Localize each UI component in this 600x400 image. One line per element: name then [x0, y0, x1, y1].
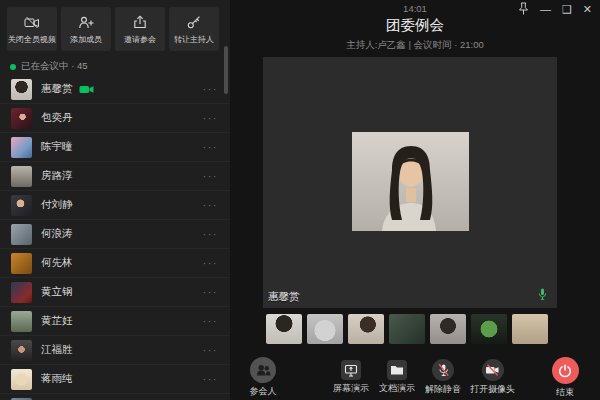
avatar	[11, 369, 32, 390]
participant-name: 何浪涛	[41, 227, 73, 241]
invite-label: 邀请参会	[124, 36, 156, 44]
transfer-host-button[interactable]: 转让主持人	[169, 7, 219, 51]
more-options-icon[interactable]: ···	[203, 84, 219, 95]
meeting-main-area: 14:01 团委例会 主持人:卢乙鑫 | 会议时间 · 21:00 — ❑ ✕	[230, 0, 600, 400]
avatar	[11, 311, 32, 332]
participants-button[interactable]: 参会人	[240, 357, 286, 396]
participant-row[interactable]: 江福胜 ···	[0, 336, 230, 365]
meeting-status: 已在会议中 · 45	[10, 60, 88, 73]
avatar	[11, 253, 32, 274]
minimize-button[interactable]: —	[540, 2, 551, 16]
avatar	[11, 340, 32, 361]
video-on-badge-icon	[79, 85, 94, 94]
participant-row[interactable]: 黄立钢 ···	[0, 278, 230, 307]
camera-muted-icon	[482, 359, 504, 381]
avatar	[11, 79, 32, 100]
video-thumbnail-strip	[266, 314, 548, 344]
window-controls: — ❑ ✕	[517, 2, 592, 16]
participant-row[interactable]: 陈宇曈 ···	[0, 133, 230, 162]
video-thumbnail[interactable]	[512, 314, 548, 344]
mic-muted-icon	[432, 359, 454, 381]
participants-label: 参会人	[250, 387, 277, 396]
close-button[interactable]: ✕	[583, 2, 592, 16]
folder-icon	[387, 360, 407, 380]
avatar	[11, 195, 32, 216]
video-thumbnail[interactable]	[389, 314, 425, 344]
invite-share-icon	[133, 15, 147, 33]
camera-off-icon	[24, 15, 40, 33]
participant-row[interactable]: 房路淳 ···	[0, 162, 230, 191]
participant-name: 黄立钢	[41, 285, 73, 299]
more-options-icon[interactable]: ···	[203, 316, 219, 327]
more-options-icon[interactable]: ···	[203, 229, 219, 240]
invite-button[interactable]: 邀请参会	[115, 7, 165, 51]
participant-name: 陈宇曈	[41, 140, 73, 154]
doc-share-button[interactable]: 文档演示	[378, 357, 416, 394]
end-meeting-label: 结束	[556, 388, 574, 397]
avatar	[11, 166, 32, 187]
sidebar-scrollbar[interactable]	[224, 46, 228, 94]
participants-sidebar: 关闭全员视频 添加成员 邀请参会	[0, 0, 230, 400]
video-thumbnail[interactable]	[471, 314, 507, 344]
people-icon	[250, 357, 276, 383]
doc-share-label: 文档演示	[379, 384, 415, 393]
person-add-icon	[78, 15, 94, 33]
participant-row[interactable]: 刘曼彤 ···	[0, 394, 230, 400]
speaker-video-tile[interactable]: 惠馨赏	[263, 57, 557, 308]
maximize-button[interactable]: ❑	[562, 2, 572, 16]
toolbar-center-group: 屏幕演示 文档演示 解除静音	[332, 357, 515, 394]
more-options-icon[interactable]: ···	[203, 142, 219, 153]
more-options-icon[interactable]: ···	[203, 287, 219, 298]
participant-row[interactable]: 何先林 ···	[0, 249, 230, 278]
participant-name: 惠馨赏	[41, 82, 73, 96]
transfer-host-label: 转让主持人	[174, 36, 214, 44]
participant-row[interactable]: 惠馨赏 ···	[0, 75, 230, 104]
speaker-video-image	[352, 132, 469, 231]
participant-row[interactable]: 黄芷妊 ···	[0, 307, 230, 336]
participant-list: 惠馨赏 ··· 包奕丹 ··· 陈宇曈 ··· 房路淳 ···	[0, 75, 230, 400]
participant-name: 房路淳	[41, 169, 73, 183]
more-options-icon[interactable]: ···	[203, 345, 219, 356]
pin-icon[interactable]	[517, 2, 529, 16]
more-options-icon[interactable]: ···	[203, 374, 219, 385]
more-options-icon[interactable]: ···	[203, 171, 219, 182]
mic-active-icon	[538, 286, 547, 304]
video-thumbnail[interactable]	[266, 314, 302, 344]
screen-share-button[interactable]: 屏幕演示	[332, 357, 370, 394]
more-options-icon[interactable]: ···	[203, 113, 219, 124]
sidebar-toolbar: 关闭全员视频 添加成员 邀请参会	[7, 7, 219, 51]
meeting-title: 团委例会	[230, 16, 600, 35]
participant-row[interactable]: 何浪涛 ···	[0, 220, 230, 249]
end-meeting-button[interactable]: 结束	[545, 357, 585, 397]
video-thumbnail[interactable]	[307, 314, 343, 344]
more-options-icon[interactable]: ···	[203, 258, 219, 269]
avatar	[11, 137, 32, 158]
participant-name: 付刘静	[41, 198, 73, 212]
avatar	[11, 282, 32, 303]
meeting-window: 关闭全员视频 添加成员 邀请参会	[0, 0, 600, 400]
participant-name: 黄芷妊	[41, 314, 73, 328]
add-member-label: 添加成员	[70, 36, 102, 44]
close-all-video-button[interactable]: 关闭全员视频	[7, 7, 57, 51]
avatar	[11, 224, 32, 245]
video-thumbnail[interactable]	[348, 314, 384, 344]
status-text: 已在会议中 · 45	[21, 60, 88, 73]
transfer-host-key-icon	[187, 15, 201, 33]
participant-row[interactable]: 付刘静 ···	[0, 191, 230, 220]
participant-name: 江福胜	[41, 343, 73, 357]
screen-share-icon	[341, 360, 361, 380]
open-camera-label: 打开摄像头	[470, 385, 515, 394]
status-dot-icon	[10, 64, 16, 70]
speaker-name-label: 惠馨赏	[268, 290, 300, 304]
power-icon	[552, 357, 579, 384]
add-member-button[interactable]: 添加成员	[61, 7, 111, 51]
open-camera-button[interactable]: 打开摄像头	[470, 357, 515, 394]
participant-name: 何先林	[41, 256, 73, 270]
video-thumbnail[interactable]	[430, 314, 466, 344]
participant-row[interactable]: 蒋雨纯 ···	[0, 365, 230, 394]
unmute-label: 解除静音	[425, 385, 461, 394]
participant-name: 包奕丹	[41, 111, 73, 125]
participant-row[interactable]: 包奕丹 ···	[0, 104, 230, 133]
unmute-button[interactable]: 解除静音	[424, 357, 462, 394]
more-options-icon[interactable]: ···	[203, 200, 219, 211]
